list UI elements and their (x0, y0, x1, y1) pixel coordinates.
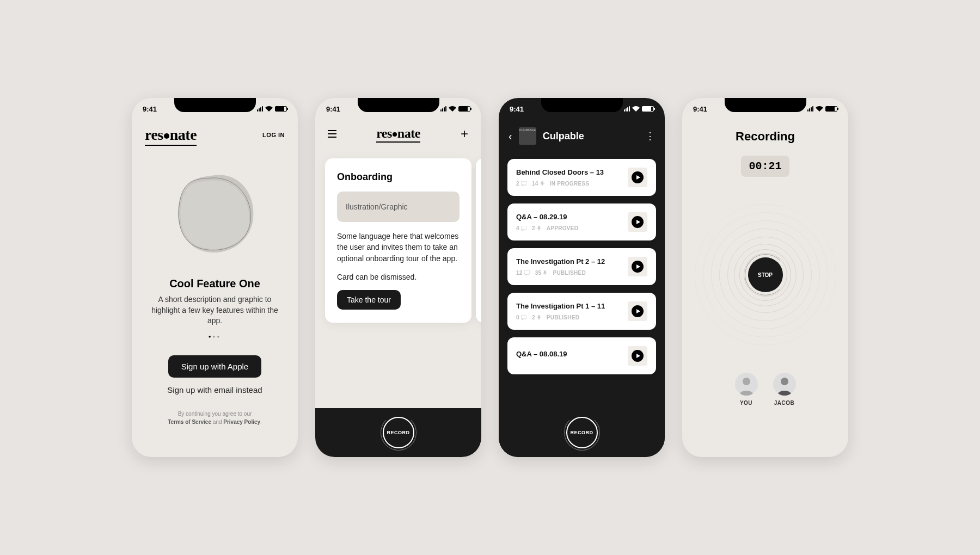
signup-email-link[interactable]: Sign up with email instead (132, 385, 298, 394)
play-button[interactable] (628, 168, 647, 187)
wifi-icon (816, 106, 823, 112)
mic-count: 2 (532, 225, 541, 231)
play-button[interactable] (628, 346, 647, 366)
mic-count: 2 (532, 314, 541, 320)
comment-count: 4 (516, 225, 526, 231)
record-button[interactable]: RECORD (566, 417, 598, 448)
episode-status: PUBLISHED (547, 314, 579, 320)
mic-count: 14 (532, 181, 544, 187)
show-title: Culpable (543, 131, 639, 142)
svg-rect-6 (521, 315, 526, 319)
play-button[interactable] (628, 301, 647, 321)
status-icons (807, 106, 837, 112)
svg-rect-0 (521, 181, 526, 185)
privacy-link[interactable]: Privacy Policy (223, 419, 260, 425)
play-button[interactable] (628, 257, 647, 276)
episode-title: Q&A – 08.08.19 (516, 350, 621, 358)
episode-list[interactable]: Behind Closed Doors – 13 2 14 IN PROGRES… (499, 152, 665, 429)
record-bar: RECORD (499, 408, 665, 457)
battery-icon (825, 106, 837, 112)
record-button[interactable]: RECORD (383, 417, 414, 448)
onboarding-card: Onboarding Ilustration/Graphic Some lang… (325, 158, 471, 323)
svg-point-9 (781, 378, 788, 385)
participant-name: JACOB (773, 400, 796, 406)
play-button[interactable] (628, 212, 647, 232)
card-title: Onboarding (337, 171, 460, 183)
tos-link[interactable]: Terms of Service (168, 419, 211, 425)
episode-item[interactable]: Q&A – 08.08.19 (507, 337, 656, 374)
battery-icon (642, 106, 654, 112)
svg-rect-2 (521, 226, 526, 230)
feature-graphic (132, 153, 298, 273)
carousel-dots[interactable]: ●●● (132, 334, 298, 339)
card-body: Some language here that welcomes the use… (337, 231, 460, 264)
menu-button[interactable] (326, 128, 338, 140)
illustration-placeholder: Ilustration/Graphic (337, 192, 460, 222)
battery-icon (458, 106, 470, 112)
phone-episodes: 9:41 ‹ CULPABLE Culpable ⋮ Behind Closed… (499, 98, 665, 457)
episode-title: The Investigation Pt 1 – 11 (516, 302, 621, 310)
phone-onboarding: 9:41 resnate + Onboarding Ilustration/Gr… (315, 98, 481, 457)
signal-icon (624, 106, 630, 112)
participant[interactable]: JACOB (773, 373, 796, 406)
phone-welcome: 9:41 resnate LOG IN Cool Feature One A s… (132, 98, 298, 457)
status-icons (624, 106, 654, 112)
comment-count: 12 (516, 270, 530, 276)
svg-rect-7 (538, 315, 540, 318)
wifi-icon (449, 106, 456, 112)
record-bar: RECORD (315, 408, 481, 457)
episode-status: IN PROGRESS (550, 181, 590, 187)
episode-item[interactable]: Q&A – 08.29.19 4 2 APPROVED (507, 203, 656, 240)
status-time: 9:41 (143, 105, 157, 113)
legal-text: By continuing you agree to our Terms of … (132, 410, 298, 426)
signal-icon (257, 106, 263, 112)
back-button[interactable]: ‹ (509, 130, 512, 143)
brand-logo: resnate (376, 126, 420, 141)
notch (541, 98, 623, 112)
home-header: resnate + (315, 120, 481, 145)
stop-button[interactable]: STOP (748, 257, 783, 292)
episode-item[interactable]: Behind Closed Doors – 13 2 14 IN PROGRES… (507, 159, 656, 196)
status-time: 9:41 (693, 105, 707, 113)
recording-visualizer: STOP (695, 204, 836, 346)
notch (358, 98, 439, 112)
svg-rect-3 (538, 226, 540, 229)
brand-logo: resnate (145, 126, 197, 144)
participant-name: YOU (735, 400, 758, 406)
battery-icon (275, 106, 287, 112)
comment-count: 0 (516, 314, 526, 320)
phone-recording: 9:41 Recording 00:21 STOP YOU JACOB (682, 98, 848, 457)
svg-rect-5 (544, 270, 546, 274)
add-button[interactable]: + (458, 128, 470, 140)
more-button[interactable]: ⋮ (645, 130, 655, 142)
mic-count: 35 (535, 270, 548, 276)
status-icons (257, 106, 287, 112)
feature-title: Cool Feature One (132, 278, 298, 290)
episode-item[interactable]: The Investigation Pt 1 – 11 0 2 PUBLISHE… (507, 293, 656, 330)
take-tour-button[interactable]: Take the tour (337, 290, 401, 310)
avatar (773, 373, 796, 396)
episode-item[interactable]: The Investigation Pt 2 – 12 12 35 PUBLIS… (507, 248, 656, 285)
recording-timer: 00:21 (741, 156, 789, 177)
status-icons (440, 106, 470, 112)
notch (725, 98, 806, 112)
show-artwork: CULPABLE (519, 127, 536, 145)
participant[interactable]: YOU (735, 373, 758, 406)
svg-rect-1 (541, 181, 543, 184)
episode-title: Behind Closed Doors – 13 (516, 168, 621, 176)
status-time: 9:41 (510, 105, 524, 113)
episode-title: Q&A – 08.29.19 (516, 213, 621, 221)
feature-description: A short description and graphic to highl… (132, 290, 298, 326)
episode-status: PUBLISHED (553, 270, 585, 276)
signal-icon (807, 106, 813, 112)
next-card-peek[interactable] (476, 158, 481, 323)
episode-status: APPROVED (547, 225, 579, 231)
participants: YOU JACOB (682, 373, 848, 406)
signal-icon (440, 106, 446, 112)
welcome-header: resnate LOG IN (132, 120, 298, 148)
notch (174, 98, 256, 112)
login-link[interactable]: LOG IN (262, 132, 285, 138)
signup-apple-button[interactable]: Sign up with Apple (168, 355, 261, 378)
card-body-2: Card can be dismissed. (337, 272, 460, 282)
svg-point-8 (743, 378, 750, 385)
